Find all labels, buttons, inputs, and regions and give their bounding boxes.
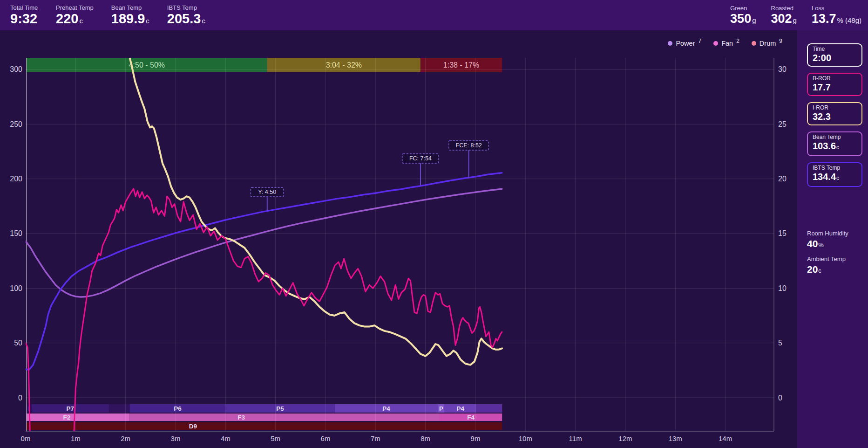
metric-suffix: c — [79, 17, 83, 25]
svg-text:FCE: 8:52: FCE: 8:52 — [456, 142, 482, 149]
card-b-ror[interactable]: B-ROR 17.7 — [807, 73, 862, 96]
legend-value: 7 — [698, 38, 701, 44]
metric-label: Bean Temp — [111, 4, 149, 11]
ambient-readouts: Room Humidity 40% Ambient Temp 20c — [807, 230, 862, 275]
svg-text:3:04 - 32%: 3:04 - 32% — [326, 61, 362, 69]
svg-text:15: 15 — [778, 229, 787, 237]
metric-value: 13.7 — [812, 12, 836, 25]
axis-labels: 0501001502002503000510152025300m1m2m3m4m… — [10, 65, 787, 442]
metric-label: Total Time — [10, 4, 38, 11]
roast-summary-metrics: Total Time 9:32 Preheat Temp 220c Bean T… — [0, 4, 205, 26]
svg-text:5: 5 — [778, 339, 782, 347]
card-ibts-temp[interactable]: IBTS Temp 134.4c — [807, 162, 862, 187]
readout-room-humidity: Room Humidity 40% — [807, 230, 862, 249]
svg-text:FC: 7:54: FC: 7:54 — [409, 155, 432, 162]
metric-label: Loss — [812, 5, 861, 12]
card-label: IBTS Temp — [813, 165, 857, 172]
legend-item-power[interactable]: Power 7 — [668, 40, 701, 47]
event-marker[interactable]: Y: 4:50 — [251, 187, 284, 211]
card-time[interactable]: Time 2:00 — [807, 43, 862, 67]
legend-value: 9 — [779, 38, 782, 44]
svg-text:0: 0 — [18, 394, 22, 402]
svg-text:P5: P5 — [276, 405, 284, 412]
metric-loss: Loss 13.7% (48g) — [812, 5, 861, 25]
control-bars: IP7P6P5P4PP4F2F3F4D9 — [27, 404, 502, 430]
roast-chart[interactable]: 4:50 - 50%3:04 - 32%1:38 - 17%IP7P6P5P4P… — [0, 30, 797, 448]
metric-label: Green — [730, 5, 756, 12]
metric-label: IBTS Temp — [167, 4, 205, 11]
svg-text:1m: 1m — [71, 434, 81, 442]
svg-text:10: 10 — [778, 284, 787, 292]
metric-label: Preheat Temp — [56, 4, 94, 11]
svg-text:20: 20 — [778, 175, 787, 183]
svg-text:F2: F2 — [63, 414, 71, 421]
svg-text:300: 300 — [10, 65, 22, 73]
readout-suffix: c — [818, 267, 821, 274]
svg-text:1:38 - 17%: 1:38 - 17% — [443, 61, 479, 69]
metric-bean-temp: Bean Temp 189.9c — [111, 4, 149, 26]
svg-text:50: 50 — [14, 339, 22, 347]
metric-value: 220 — [56, 12, 78, 26]
svg-text:14m: 14m — [719, 434, 732, 442]
svg-text:P: P — [439, 405, 443, 412]
event-marker[interactable]: FC: 7:54 — [402, 154, 439, 186]
svg-text:30: 30 — [778, 65, 787, 73]
fan-dot-icon — [713, 41, 718, 46]
card-label: Bean Temp — [813, 134, 857, 141]
metric-green-weight: Green 350g — [730, 5, 756, 25]
svg-text:11m: 11m — [569, 434, 582, 442]
metric-value: 9:32 — [10, 12, 37, 26]
header-bar: Total Time 9:32 Preheat Temp 220c Bean T… — [0, 0, 868, 30]
metric-value: 350 — [730, 12, 751, 25]
live-readout-sidebar: Time 2:00 B-ROR 17.7 I-ROR 32.3 Bean Tem… — [797, 30, 868, 448]
power-dot-icon — [668, 41, 672, 46]
card-label: I-ROR — [813, 104, 857, 111]
legend-item-drum[interactable]: Drum 9 — [752, 40, 782, 47]
phase-bar: 4:50 - 50%3:04 - 32%1:38 - 17% — [27, 58, 502, 72]
svg-text:10m: 10m — [519, 434, 532, 442]
card-suffix: c — [836, 173, 839, 183]
svg-text:4m: 4m — [221, 434, 231, 442]
card-bean-temp[interactable]: Bean Temp 103.6c — [807, 131, 862, 156]
legend-item-fan[interactable]: Fan 2 — [713, 40, 739, 47]
legend-label: Fan — [721, 40, 733, 47]
svg-text:12m: 12m — [618, 434, 632, 442]
metric-suffix: c — [202, 17, 205, 25]
svg-text:P6: P6 — [174, 405, 182, 412]
svg-text:8m: 8m — [420, 434, 430, 442]
svg-text:0m: 0m — [21, 434, 31, 442]
power-bar-row: IP7P6P5P4PP4 — [27, 404, 502, 413]
svg-text:9m: 9m — [471, 434, 481, 442]
readout-ambient-temp: Ambient Temp 20c — [807, 255, 862, 275]
card-i-ror[interactable]: I-ROR 32.3 — [807, 102, 862, 125]
series-curves — [26, 55, 502, 448]
legend-label: Drum — [760, 40, 776, 47]
svg-text:100: 100 — [10, 284, 22, 292]
svg-text:P7: P7 — [66, 405, 74, 412]
svg-text:5m: 5m — [271, 434, 280, 442]
svg-text:13m: 13m — [669, 434, 682, 442]
svg-text:P4: P4 — [457, 405, 465, 412]
card-label: Time — [813, 46, 857, 53]
legend-label: Power — [676, 40, 695, 47]
card-value: 134.4 — [813, 172, 836, 182]
svg-text:0: 0 — [778, 394, 782, 402]
metric-preheat-temp: Preheat Temp 220c — [56, 4, 94, 26]
metric-value: 205.3 — [167, 12, 201, 26]
readout-label: Room Humidity — [807, 230, 862, 237]
svg-text:25: 25 — [778, 120, 787, 128]
weight-metrics: Green 350g Roasted 302g Loss 13.7% (48g) — [730, 5, 868, 25]
drum-dot-icon — [752, 41, 756, 46]
svg-text:F4: F4 — [467, 414, 475, 421]
svg-text:3m: 3m — [171, 434, 181, 442]
metric-total-time: Total Time 9:32 — [10, 4, 38, 26]
metric-suffix: % (48g) — [837, 17, 861, 24]
i-ror-curve — [129, 55, 502, 365]
event-marker[interactable]: FCE: 8:52 — [449, 141, 489, 178]
card-value: 17.7 — [813, 82, 831, 92]
readout-value: 40 — [807, 238, 818, 249]
card-suffix: c — [836, 142, 839, 152]
bean-temp-curve — [26, 189, 502, 297]
metric-roasted-weight: Roasted 302g — [771, 5, 797, 25]
metric-value: 189.9 — [111, 12, 145, 26]
